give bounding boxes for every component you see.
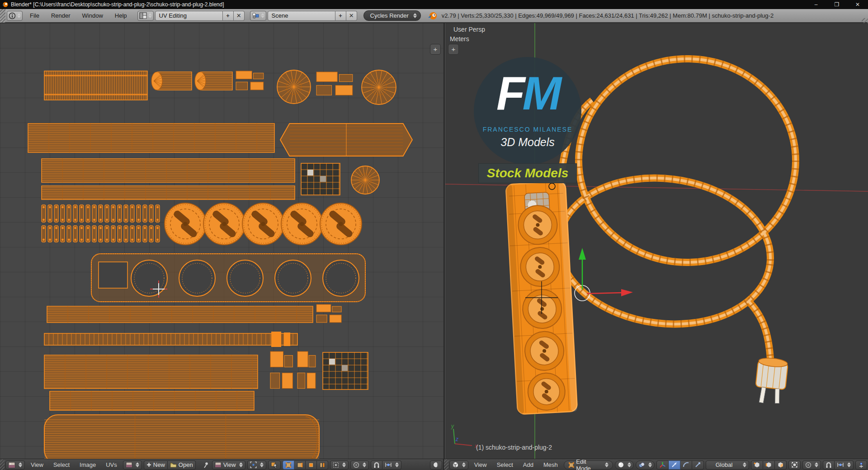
limit-selection-visible-toggle[interactable] xyxy=(788,461,801,470)
uv-island-socket xyxy=(165,203,206,245)
screen-layout-field[interactable]: UV Editing xyxy=(155,11,223,21)
editor-type-info-button[interactable] xyxy=(7,11,23,21)
select-vertex-button[interactable] xyxy=(751,461,763,470)
editor-type-button[interactable] xyxy=(5,461,25,470)
add-scene-button[interactable]: + xyxy=(335,11,346,21)
uv-island-grid xyxy=(301,163,340,195)
image-open-button[interactable]: Open xyxy=(168,461,196,470)
dropdown-arrows-icon xyxy=(627,462,631,467)
delete-scene-button[interactable]: ✕ xyxy=(346,11,357,21)
uv-island-hband xyxy=(28,123,274,152)
mode-dropdown[interactable]: Edit Mode xyxy=(564,461,613,470)
add-layout-button[interactable]: + xyxy=(223,11,234,21)
corner-grip[interactable] xyxy=(0,9,5,23)
proportional-edit-dropdown[interactable] xyxy=(350,461,369,470)
manipulator-translate-button[interactable] xyxy=(669,461,680,470)
viewport-3d[interactable]: y x z User Persp Meters (1) schuko-strip… xyxy=(445,23,868,459)
viewport-shading-dropdown[interactable] xyxy=(615,461,634,470)
sticky-select-icon xyxy=(333,462,339,468)
uv-editor[interactable]: + xyxy=(0,23,443,459)
sticky-select-dropdown[interactable] xyxy=(330,461,349,470)
pivot-center-dropdown[interactable] xyxy=(247,461,266,470)
uv-select-face-button[interactable] xyxy=(306,461,317,470)
render-engine-name: Cycles Render xyxy=(370,12,409,19)
dropdown-arrows-icon xyxy=(648,462,652,467)
pivot-point-dropdown[interactable] xyxy=(636,461,655,470)
dropdown-arrows-icon xyxy=(395,462,399,467)
vertex-mode-icon xyxy=(754,461,760,468)
image-datablock-button[interactable] xyxy=(123,461,142,470)
uv-sync-select-toggle[interactable] xyxy=(268,461,281,470)
cable-mesh[interactable] xyxy=(550,59,796,358)
uv-select-island-button[interactable] xyxy=(317,461,328,470)
uv-menu-view[interactable]: View xyxy=(26,461,48,468)
select-face-button[interactable] xyxy=(775,461,787,470)
display-channel-dropdown[interactable]: View xyxy=(212,461,245,470)
dropdown-arrows-icon xyxy=(363,462,366,467)
manipulator-scale-button[interactable] xyxy=(692,461,704,470)
uv-island-grid xyxy=(323,352,368,389)
corner-grip[interactable] xyxy=(0,459,5,470)
editor-type-button[interactable] xyxy=(449,461,468,470)
uv-island-hband xyxy=(42,159,295,182)
uv-select-vertex-button[interactable] xyxy=(283,461,294,470)
watermark-badge: Stock Models xyxy=(478,163,577,183)
uv-island-disk xyxy=(277,70,311,104)
delete-layout-button[interactable]: ✕ xyxy=(234,11,245,21)
dropdown-arrows-icon xyxy=(743,462,746,467)
uv-menu-select[interactable]: Select xyxy=(48,461,75,468)
v3d-menu-view[interactable]: View xyxy=(469,461,492,468)
select-edge-button[interactable] xyxy=(763,461,775,470)
uv-island-disk xyxy=(362,70,396,104)
mini-axis-gizmo: y x z xyxy=(451,423,478,449)
pin-icon[interactable] xyxy=(203,461,209,469)
render-engine-dropdown[interactable]: Cycles Render xyxy=(363,10,421,21)
snap-toggle[interactable] xyxy=(823,461,835,470)
snap-element-dropdown[interactable] xyxy=(382,461,401,470)
menu-file[interactable]: File xyxy=(24,9,45,23)
uv-island-bits xyxy=(270,351,292,389)
snap-toggle[interactable] xyxy=(371,461,382,470)
image-new-button[interactable]: New xyxy=(144,461,168,470)
dropdown-arrows-icon xyxy=(148,13,152,18)
expand-region-button[interactable]: + xyxy=(430,44,441,55)
v3d-menu-select[interactable]: Select xyxy=(492,461,518,468)
blender-logo-icon xyxy=(427,11,437,21)
uv-island-hband xyxy=(42,186,295,199)
expand-region-button[interactable]: + xyxy=(448,44,459,55)
corner-grip[interactable] xyxy=(444,459,448,470)
window-title: Blender* [C:\Users\franc\Desktop\schuko-… xyxy=(11,1,224,8)
menu-render[interactable]: Render xyxy=(45,9,76,23)
scene-field[interactable]: Scene xyxy=(268,11,335,21)
plug-mesh[interactable] xyxy=(754,357,788,405)
uv-menu-image[interactable]: Image xyxy=(75,461,101,468)
snap-target-button[interactable] xyxy=(855,461,867,470)
uv-menu-uvs[interactable]: UVs xyxy=(101,461,122,468)
manipulator-rotate-button[interactable] xyxy=(680,461,692,470)
close-button[interactable]: ✕ xyxy=(847,0,868,9)
dropdown-arrows-icon xyxy=(260,462,264,467)
edit-mode-icon xyxy=(568,462,575,468)
menu-window[interactable]: Window xyxy=(76,9,109,23)
orientation-label: Global xyxy=(716,461,733,468)
screen-layout-button[interactable] xyxy=(137,11,154,21)
v3d-menu-add[interactable]: Add xyxy=(518,461,538,468)
uv-island-cyl xyxy=(195,72,232,90)
v3d-menu-mesh[interactable]: Mesh xyxy=(538,461,563,468)
scene-button[interactable] xyxy=(250,11,266,21)
render-uv-button[interactable] xyxy=(430,461,442,470)
open-button-label: Open xyxy=(179,461,193,468)
snap-element-dropdown[interactable] xyxy=(835,461,854,470)
uv-select-edge-button[interactable] xyxy=(294,461,306,470)
watermark-logo: FM FRANCESCO MILANESE 3D Models xyxy=(474,57,581,165)
proportional-edit-dropdown[interactable] xyxy=(802,461,821,470)
restore-button[interactable]: ❐ xyxy=(826,0,847,9)
proportional-edit-icon xyxy=(353,462,359,468)
manipulator-toggle[interactable] xyxy=(656,461,669,470)
menu-help[interactable]: Help xyxy=(109,9,133,23)
render-sphere-icon xyxy=(433,461,439,468)
edge-mode-icon xyxy=(765,461,772,468)
pivot-icon xyxy=(250,461,257,468)
minimize-button[interactable]: – xyxy=(806,0,826,9)
orientation-dropdown[interactable]: Global xyxy=(706,461,749,470)
